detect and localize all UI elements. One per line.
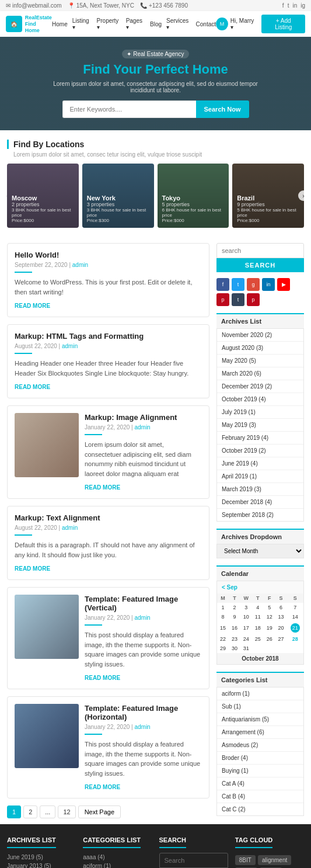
post-2-read-more[interactable]: READ MORE <box>15 384 50 390</box>
footer-cat-aaaa[interactable]: aaaa (4) <box>83 853 152 862</box>
cal-26[interactable]: 26 <box>264 634 275 644</box>
post-3-read-more[interactable]: READ MORE <box>85 484 120 491</box>
cal-3[interactable]: 3 <box>240 603 252 612</box>
footer-archive-jan2013[interactable]: January 2013 (5) <box>7 862 76 868</box>
cat-antiquarianism[interactable]: Antiquarianism (5) <box>217 713 303 726</box>
nav-contact[interactable]: Contact <box>196 21 216 27</box>
cal-25[interactable]: 25 <box>252 634 264 644</box>
nav-home[interactable]: Home <box>52 21 68 27</box>
cal-1[interactable]: 1 <box>217 603 229 612</box>
sidebar-search-input[interactable] <box>216 243 304 258</box>
cal-16[interactable]: 16 <box>229 622 240 634</box>
tag-alignment[interactable]: alignment <box>258 855 291 865</box>
location-card-moscow[interactable]: Moscow 2 properties 3 BHK house for sale… <box>7 164 79 228</box>
cal-23[interactable]: 23 <box>229 634 240 644</box>
hero-search-input[interactable] <box>62 100 196 118</box>
hero-search-button[interactable]: Search Now <box>196 100 249 118</box>
ig-icon-top[interactable]: ig <box>300 2 305 9</box>
cal-17[interactable]: 17 <box>240 622 252 634</box>
in-icon-top[interactable]: in <box>292 2 297 9</box>
post-6-read-more[interactable]: READ MORE <box>85 784 120 790</box>
cal-4[interactable]: 4 <box>252 603 264 612</box>
pi-social-btn[interactable]: p <box>216 293 229 306</box>
cat-sub[interactable]: Sub (1) <box>217 700 303 713</box>
archive-item-mar2019[interactable]: March 2019 (3) <box>217 483 303 496</box>
cal-12[interactable]: 12 <box>264 612 275 622</box>
cal-8[interactable]: 8 <box>217 612 229 622</box>
archive-item-nov2020[interactable]: November 2020 (2) <box>217 329 303 342</box>
cal-7[interactable]: 7 <box>287 603 303 612</box>
cal-13[interactable]: 13 <box>275 612 287 622</box>
cat-buying[interactable]: Buying (1) <box>217 765 303 777</box>
nav-user[interactable]: M Hi, Marry ▾ <box>216 18 257 30</box>
archive-item-mar2020[interactable]: March 2020 (6) <box>217 367 303 380</box>
tw-icon-top[interactable]: t <box>288 2 289 9</box>
nav-property[interactable]: Property ▾ <box>97 18 121 30</box>
cat-asmodeus[interactable]: Asmodeus (2) <box>217 739 303 752</box>
page-2-button[interactable]: 2 <box>23 805 37 818</box>
page-next-button[interactable]: Next Page <box>78 805 121 818</box>
cal-19[interactable]: 19 <box>264 622 275 634</box>
cal-24[interactable]: 24 <box>240 634 252 644</box>
archive-item-oct2019[interactable]: October 2019 (4) <box>217 393 303 406</box>
tw-social-btn[interactable]: t <box>232 278 244 291</box>
cal-2[interactable]: 2 <box>229 603 240 612</box>
post-5-read-more[interactable]: READ MORE <box>85 675 120 681</box>
add-listing-button[interactable]: + Add Listing <box>261 15 305 33</box>
archive-item-apr2019[interactable]: April 2019 (1) <box>217 470 303 483</box>
cal-22[interactable]: 22 <box>217 634 229 644</box>
gp-social-btn[interactable]: g <box>247 278 260 291</box>
page-1-button[interactable]: 1 <box>7 805 21 818</box>
logo[interactable]: 🏠 RealEstate Find Home <box>6 15 52 33</box>
cal-6[interactable]: 6 <box>275 603 287 612</box>
cat-b[interactable]: Cat B (4) <box>217 790 303 803</box>
cat-arrangement[interactable]: Arrangement (6) <box>217 726 303 739</box>
cal-21[interactable]: 21 <box>287 622 303 634</box>
cal-28[interactable]: 28 <box>287 634 303 644</box>
cal-5[interactable]: 5 <box>264 603 275 612</box>
pi2-social-btn[interactable]: p <box>247 293 260 306</box>
archive-item-jun2019[interactable]: June 2019 (4) <box>217 457 303 470</box>
footer-cat-aciform[interactable]: aciform (1) <box>83 862 152 868</box>
tu-social-btn[interactable]: t <box>232 293 244 306</box>
cal-14[interactable]: 14 <box>287 612 303 622</box>
cat-c[interactable]: Cat C (2) <box>217 803 303 815</box>
cal-31[interactable]: 31 <box>240 644 252 653</box>
calendar-prev[interactable]: < Sep <box>222 584 237 591</box>
sidebar-search-button[interactable]: SEARCH <box>216 258 304 272</box>
nav-listing[interactable]: Listing ▾ <box>72 18 92 30</box>
page-12-button[interactable]: 12 <box>58 805 75 818</box>
location-card-brazil[interactable]: Brazil 9 properties 5 BHK house for sale… <box>232 164 304 228</box>
footer-archive-jun2019[interactable]: June 2019 (5) <box>7 853 76 862</box>
archive-item-oct20192[interactable]: October 2019 (2) <box>217 445 303 457</box>
cal-20[interactable]: 20 <box>275 622 287 634</box>
nav-blog[interactable]: Blog <box>150 21 162 27</box>
location-card-tokyo[interactable]: Tokyo 5 properties 6 BHK house for sale … <box>158 164 229 228</box>
archive-item-dec2019[interactable]: December 2019 (2) <box>217 380 303 393</box>
cal-15[interactable]: 15 <box>217 622 229 634</box>
nav-pages[interactable]: Pages ▾ <box>126 18 145 30</box>
cal-30[interactable]: 30 <box>229 644 240 653</box>
cal-10[interactable]: 10 <box>240 612 252 622</box>
li-social-btn[interactable]: in <box>262 278 275 291</box>
archive-item-may2019[interactable]: May 2019 (3) <box>217 419 303 432</box>
archive-item-sep2018[interactable]: September 2018 (2) <box>217 509 303 521</box>
cat-broder[interactable]: Broder (4) <box>217 752 303 765</box>
cal-9[interactable]: 9 <box>229 612 240 622</box>
archive-item-jul2019[interactable]: July 2019 (1) <box>217 406 303 419</box>
location-card-newyork[interactable]: New York 3 properties 3 BHK house for sa… <box>82 164 154 228</box>
archive-item-aug2020[interactable]: August 2020 (3) <box>217 342 303 355</box>
cat-a[interactable]: Cat A (4) <box>217 777 303 790</box>
yt-social-btn[interactable]: ▶ <box>277 278 290 291</box>
footer-search-input[interactable] <box>159 853 228 868</box>
fb-icon-top[interactable]: f <box>282 2 284 9</box>
archive-item-dec2018[interactable]: December 2018 (4) <box>217 496 303 509</box>
cat-aciform[interactable]: aciform (1) <box>217 688 303 700</box>
cal-18[interactable]: 18 <box>252 622 264 634</box>
archive-item-may2020[interactable]: May 2020 (5) <box>217 355 303 367</box>
cal-29[interactable]: 29 <box>217 644 229 653</box>
tag-8bit[interactable]: 8BIT <box>235 855 256 865</box>
post-4-read-more[interactable]: READ MORE <box>15 565 50 572</box>
post-1-read-more[interactable]: READ MORE <box>15 303 50 309</box>
archives-select[interactable]: Select Month <box>217 544 303 558</box>
